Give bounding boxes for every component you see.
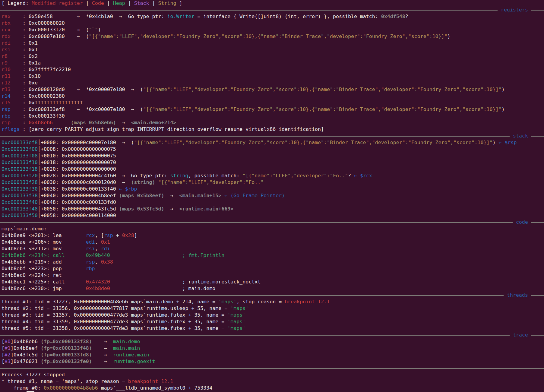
terminal-line: thread #2: tid = 31356, 0x00000000004778…	[0, 305, 544, 312]
text-segment: +	[113, 232, 122, 238]
text-segment: : 0x2	[8, 53, 38, 59]
terminal-line: [#3]0x476021 (fp=0xc000133fe0) → runtime…	[0, 358, 544, 365]
text-segment: +0028: 0x00000000004c4f60 → Go type ptr:	[41, 173, 170, 179]
text-segment: , [	[95, 232, 104, 238]
text-segment: |	[125, 0, 134, 6]
text-segment: "[{"name":"LLEF","developer":"Fo.."	[158, 179, 264, 185]
terminal-line: 0xc000133f10│+0018: 0x0000000000000070	[0, 159, 544, 166]
text-segment: 0x43fc5d	[14, 352, 41, 358]
text-segment: r10	[2, 67, 11, 72]
terminal[interactable]: [ Legend: Modified register | Code | Hea…	[0, 0, 544, 392]
text-segment: →	[92, 339, 113, 344]
text-segment: #2	[5, 352, 11, 358]
terminal-line: 0x4b8ea9 <+201>: lea rcx, [rsp + 0x28]	[0, 232, 544, 239]
text-segment: +0010: 0x0000000000000075	[41, 153, 116, 159]
text-segment: : 0xc00007e180 → (	[11, 33, 89, 39]
terminal-line: rsp : 0xc000133ef8 → *0xc00007e180 → ("[…	[0, 106, 544, 113]
text-segment: ← $rsp	[495, 140, 517, 145]
divider-rule	[531, 222, 544, 223]
text-segment: →	[92, 359, 113, 364]
text-segment: (fp=0xc000133fd8)	[41, 352, 92, 358]
divider-rule	[531, 335, 544, 336]
text-segment: :	[11, 120, 29, 125]
text-segment: 0x38	[101, 259, 113, 265]
text-segment: rbp	[2, 113, 11, 119]
text-segment: ; main.demo	[110, 286, 216, 291]
text-segment: = interface { Write([]uint8) (int, error…	[194, 14, 381, 19]
text-segment: →	[116, 120, 131, 125]
text-segment: r12	[2, 80, 11, 86]
text-segment: 0x4b8ebb <+219>: add	[2, 259, 86, 265]
legend-line: [ Legend: Modified register | Code | Hea…	[0, 0, 544, 7]
terminal-line: 0xc000133f38│+0040: 0x00000000004b8eef (…	[0, 192, 544, 199]
text-segment: |	[83, 0, 92, 6]
text-segment: (fp=0xc000133f38)	[41, 339, 92, 344]
text-segment: "[{"name":"LLEF","developer":"Foundry Ze…	[134, 140, 493, 145]
divider-rule	[0, 10, 498, 11]
terminal-line: * thread #1, name = 'maps', stop reason …	[0, 378, 544, 385]
text-segment: 0x4b8ec1 <+225>: call	[2, 279, 86, 285]
text-segment: Code	[92, 0, 104, 6]
text-segment: 0x4b8eb6	[29, 120, 53, 125]
text-segment: : 0x1	[11, 40, 38, 46]
terminal-line: 0xc000133ef8│+0000: 0x000000c00007e180 →…	[0, 139, 544, 146]
text-segment: │	[38, 213, 41, 218]
text-segment: r14	[2, 93, 11, 99]
text-segment: rbx	[2, 20, 11, 26]
text-segment: 0xc000133f50	[2, 213, 38, 218]
text-segment: rsi	[2, 47, 11, 52]
text-segment: 0xc000133f28	[2, 179, 38, 185]
text-segment: 0x4b8eae <+206>: mov	[2, 239, 86, 245]
text-segment: 'maps'	[227, 319, 245, 324]
text-segment: +0000: 0x000000c00007e180 → (	[41, 140, 134, 145]
terminal-line: 0xc000133f30│+0038: 0x000000c000133f40 ←…	[0, 186, 544, 192]
text-segment: |	[149, 0, 158, 6]
text-segment: 0x4b8ebf <+223>: pop	[2, 266, 86, 271]
section-threads: threadsthread #1: tid = 31227, 0x0000000…	[0, 292, 544, 332]
text-segment: 'maps'	[218, 299, 236, 305]
text-segment: breakpoint 12.1	[285, 299, 330, 305]
text-segment: Heap	[113, 0, 125, 6]
text-segment: Stack	[134, 0, 149, 6]
section-divider: code	[0, 219, 544, 226]
terminal-line: 0xc000133f18│+0020: 0x0000000000000000	[0, 166, 544, 172]
text-segment: +0040: 0x00000000004b8eef	[41, 193, 119, 198]
text-segment: +0030: 0x000000c0000120d0 →	[41, 179, 131, 185]
text-segment: <main.demo+214>	[131, 120, 176, 125]
text-segment: 0x4b8eb6	[14, 339, 41, 344]
text-segment: #3	[5, 359, 11, 364]
text-segment: 0xc000133f48	[2, 206, 38, 212]
terminal-line: r11 : 0x10	[0, 73, 544, 80]
terminal-line: [#0]0x4b8eb6 (fp=0xc000133f38) → main.de…	[0, 338, 544, 345]
text-segment: thread #4: tid = 31359, 0x0000000000477d…	[2, 319, 227, 324]
section-output: Process 31227 stopped* thread #1, name =…	[0, 365, 544, 391]
section-divider: trace	[0, 332, 544, 338]
divider-rule	[0, 222, 513, 223]
section-label: code	[513, 219, 531, 226]
terminal-line: maps`main.demo:	[0, 226, 544, 232]
text-segment: 0x476021	[14, 359, 41, 364]
text-segment: +0008: 0x0000000000000075	[41, 146, 116, 152]
section-stack: stack0xc000133ef8│+0000: 0x000000c00007e…	[0, 133, 544, 219]
text-segment: , possible match:	[188, 173, 242, 179]
text-segment	[53, 120, 71, 125]
terminal-line: 0xc000133f00│+0008: 0x0000000000000075	[0, 146, 544, 153]
text-segment: : 0xc000133f20 → (	[11, 27, 89, 33]
text-segment: │	[38, 186, 41, 192]
text-segment: 0xc000133f08	[2, 153, 38, 159]
text-segment: rcx	[2, 27, 11, 33]
text-segment: thread #2: tid = 31356, 0x00000000004778…	[2, 305, 230, 311]
terminal-line: 0x4b8eb6 <+214>: call 0x49b440 ; fmt.Fpr…	[0, 252, 544, 259]
text-segment: 0xc000133f00	[2, 146, 38, 152]
divider-rule	[0, 136, 510, 137]
text-segment: ]	[176, 0, 182, 6]
section-divider: stack	[0, 133, 544, 139]
text-segment: string	[170, 173, 188, 179]
text-segment: 0x474320	[86, 279, 110, 285]
text-segment: [	[2, 352, 5, 358]
text-segment: rsp	[104, 232, 113, 238]
text-segment: |	[104, 0, 113, 6]
text-segment: "`"	[89, 27, 98, 33]
text-segment: 0xc000133f18	[2, 166, 38, 172]
text-segment: rsi	[86, 246, 95, 251]
